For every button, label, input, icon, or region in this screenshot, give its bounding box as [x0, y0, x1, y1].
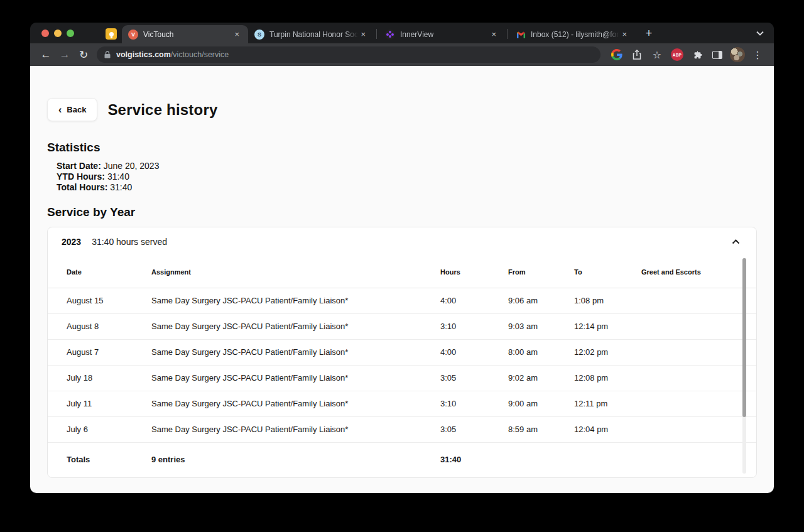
totals-hours: 31:40	[440, 455, 508, 464]
close-window-button[interactable]	[41, 30, 49, 37]
statistic-line: Total Hours: 31:40	[57, 182, 757, 193]
table-row: July 6 Same Day Surgery JSC-PACU Patient…	[48, 417, 756, 443]
url-path: /victouch/service	[171, 50, 229, 59]
cell-to: 12:08 pm	[574, 373, 641, 383]
tab-divider	[376, 29, 377, 39]
col-header-from: From	[508, 268, 574, 276]
year-card-2023: 2023 31:40 hours served Date Assignment …	[47, 227, 757, 478]
tab-divider	[507, 29, 508, 39]
table-row: July 18 Same Day Surgery JSC-PACU Patien…	[48, 366, 756, 391]
chevron-left-icon: ‹	[58, 106, 62, 114]
url-domain: volgistics.com	[116, 50, 171, 59]
table-row: August 7 Same Day Surgery JSC-PACU Patie…	[48, 340, 756, 366]
year-summary: 31:40 hours served	[92, 237, 167, 247]
reload-icon[interactable]: ↻	[75, 46, 92, 63]
back-button-label: Back	[67, 105, 86, 114]
back-icon[interactable]: ←	[38, 46, 54, 63]
cell-from: 9:00 am	[508, 399, 574, 408]
cell-from: 9:06 am	[508, 296, 574, 305]
cell-assignment: Same Day Surgery JSC-PACU Patient/Family…	[151, 296, 440, 305]
cell-date: July 18	[67, 373, 151, 383]
forward-icon[interactable]: →	[57, 46, 73, 63]
tab-title: VicTouch	[143, 30, 232, 39]
pinned-tab-lightbulb-icon[interactable]	[106, 28, 117, 40]
cell-assignment: Same Day Surgery JSC-PACU Patient/Family…	[151, 322, 440, 331]
cell-hours: 3:10	[440, 322, 508, 331]
statistics-heading: Statistics	[47, 141, 757, 155]
page-title: Service history	[107, 101, 217, 119]
url-text: volgistics.com/victouch/service	[116, 50, 229, 59]
tab-title: InnerView	[400, 30, 489, 39]
statistic-line: YTD Hours: 31:40	[57, 171, 757, 182]
cell-hours: 3:05	[440, 425, 508, 434]
close-tab-icon[interactable]: ×	[489, 29, 499, 40]
victouch-favicon: V	[128, 30, 138, 40]
table-row: July 11 Same Day Surgery JSC-PACU Patien…	[48, 391, 756, 417]
cell-to: 12:14 pm	[574, 322, 641, 331]
cell-from: 9:02 am	[508, 373, 574, 383]
share-icon[interactable]	[629, 46, 645, 63]
close-tab-icon[interactable]: ×	[619, 29, 629, 40]
address-bar[interactable]: volgistics.com/victouch/service	[97, 46, 600, 63]
tab-victouch[interactable]: V VicTouch ×	[122, 25, 248, 43]
col-header-date: Date	[67, 268, 151, 276]
close-tab-icon[interactable]: ×	[232, 29, 242, 40]
new-tab-button[interactable]: +	[641, 25, 657, 41]
innerview-favicon	[385, 30, 395, 40]
tab-strip: V VicTouch × S Turpin National Honor Soc…	[30, 23, 774, 43]
minimize-window-button[interactable]	[54, 30, 62, 37]
cell-assignment: Same Day Surgery JSC-PACU Patient/Family…	[151, 347, 440, 357]
close-tab-icon[interactable]: ×	[358, 29, 368, 40]
tab-title: Turpin National Honor Society	[269, 30, 358, 39]
statistic-line: Start Date: June 20, 2023	[57, 161, 757, 171]
col-header-hours: Hours	[440, 268, 508, 276]
cell-to: 12:04 pm	[574, 425, 641, 434]
totals-label: Totals	[67, 455, 151, 464]
cell-from: 8:59 am	[508, 425, 574, 434]
tab-gmail-inbox[interactable]: Inbox (512) - lilysmith@foresth ×	[509, 25, 636, 43]
browser-menu-icon[interactable]: ⋮	[749, 46, 766, 63]
year-card-header[interactable]: 2023 31:40 hours served	[48, 227, 756, 257]
traffic-lights	[41, 30, 74, 37]
table-scrollbar-thumb[interactable]	[742, 258, 746, 417]
table-scrollbar-track[interactable]	[742, 258, 746, 474]
cell-to: 12:11 pm	[574, 399, 641, 408]
cell-date: August 7	[67, 347, 151, 357]
schoology-favicon: S	[254, 30, 264, 40]
cell-assignment: Same Day Surgery JSC-PACU Patient/Family…	[151, 399, 440, 408]
cell-from: 8:00 am	[508, 347, 574, 357]
cell-to: 1:08 pm	[574, 296, 641, 305]
back-button[interactable]: ‹ Back	[47, 98, 97, 121]
table-row: August 15 Same Day Surgery JSC-PACU Pati…	[48, 288, 756, 314]
totals-entries: 9 entries	[151, 455, 440, 464]
cell-date: August 8	[67, 322, 151, 331]
gmail-favicon	[516, 30, 526, 40]
totals-row: Totals 9 entries 31:40	[48, 443, 756, 477]
col-header-assignment: Assignment	[151, 268, 440, 276]
cell-assignment: Same Day Surgery JSC-PACU Patient/Family…	[151, 425, 440, 434]
service-by-year-heading: Service by Year	[47, 205, 757, 219]
profile-avatar[interactable]	[729, 46, 746, 63]
google-account-icon[interactable]	[609, 46, 625, 63]
col-header-to: To	[574, 268, 641, 276]
bookmark-star-icon[interactable]: ☆	[649, 46, 665, 63]
browser-toolbar: ← → ↻ volgistics.com/victouch/service ☆ …	[30, 43, 774, 66]
zoom-window-button[interactable]	[67, 30, 74, 37]
cell-from: 9:03 am	[508, 322, 574, 331]
cell-assignment: Same Day Surgery JSC-PACU Patient/Family…	[151, 373, 440, 383]
cell-hours: 4:00	[440, 296, 508, 305]
tab-search-chevron-icon[interactable]	[756, 27, 764, 38]
adblock-plus-icon[interactable]: ABP	[669, 46, 685, 63]
browser-window: V VicTouch × S Turpin National Honor Soc…	[30, 23, 774, 493]
side-panel-icon[interactable]	[709, 46, 725, 63]
collapse-chevron-up-icon[interactable]	[732, 239, 740, 244]
extensions-puzzle-icon[interactable]	[689, 46, 705, 63]
tab-innerview[interactable]: InnerView ×	[379, 25, 505, 43]
cell-date: July 6	[67, 425, 151, 434]
lock-icon[interactable]	[104, 51, 111, 58]
year-label: 2023	[62, 237, 81, 247]
cell-to: 12:02 pm	[574, 347, 641, 357]
page-content: ‹ Back Service history Statistics Start …	[30, 66, 774, 493]
table-row: August 8 Same Day Surgery JSC-PACU Patie…	[48, 314, 756, 340]
tab-turpin-nhs[interactable]: S Turpin National Honor Society ×	[248, 25, 374, 43]
